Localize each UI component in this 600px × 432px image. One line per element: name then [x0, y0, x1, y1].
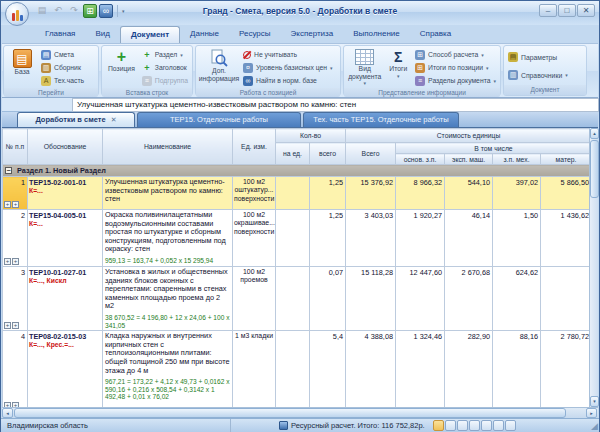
unit-cell[interactable]: 100 м2 оштукатур... поверхности	[233, 177, 276, 210]
materials-cell[interactable]: 2 780,72	[541, 331, 591, 407]
expand-plus-icon[interactable]: +	[12, 322, 19, 329]
mech-salary-cell[interactable]: 624,62	[493, 267, 541, 331]
qty-total-cell[interactable]: 1,25	[310, 210, 346, 267]
directories-button[interactable]: ▥ Справочники ▾	[506, 69, 584, 82]
machine-cell[interactable]: 282,90	[445, 331, 493, 407]
unit-cell[interactable]: 100 м2 проемов	[233, 267, 276, 331]
resize-grip-icon[interactable]: ◢	[591, 420, 598, 432]
table-row[interactable]: 2 + + ТЕР15-04-005-01 К=... Окраска поли…	[3, 210, 592, 267]
scroll-left-icon[interactable]: ◂	[2, 408, 13, 418]
vertical-scrollbar[interactable]: ▴ ▾	[589, 128, 598, 407]
base-price-level-button[interactable]: ¤ Уровень базисных цен ▾	[241, 61, 338, 74]
additional-info-button[interactable]: Доп. информация	[198, 47, 240, 88]
goto-tech-part-button[interactable]: А Тех.часть	[39, 74, 96, 87]
unit-cell[interactable]: 100 м2 окрашивае... поверхности	[233, 210, 276, 267]
scroll-right-icon[interactable]: ▸	[586, 408, 597, 418]
calc-method-button[interactable]: ⊞ Способ расчета ▾	[413, 48, 498, 61]
close-tab-icon[interactable]: ✕	[111, 116, 117, 123]
doc-tab-ter15[interactable]: ТЕР15. Отделочные работы	[137, 112, 301, 127]
scroll-down-icon[interactable]: ▾	[590, 396, 599, 407]
insert-position-button[interactable]: + Позиция	[104, 47, 139, 88]
collapse-section-icon[interactable]: −	[5, 167, 12, 174]
cost-total-cell[interactable]: 15 118,28	[346, 267, 396, 331]
mech-salary-cell[interactable]: 397,02	[493, 177, 541, 210]
row-number-cell[interactable]: 3 + +	[3, 267, 28, 331]
qty-per-cell[interactable]	[276, 177, 310, 210]
base-salary-cell[interactable]: 1 920,27	[396, 210, 445, 267]
base-salary-cell[interactable]: 12 447,60	[396, 267, 445, 331]
position-totals-button[interactable]: ⊞ Итоги по позиции ▾	[413, 61, 498, 74]
ribbon-tab-ekspertiza[interactable]: Экспертиза	[281, 26, 344, 43]
vertical-scroll-thumb[interactable]	[590, 140, 599, 198]
mech-salary-cell[interactable]: 88,16	[493, 331, 541, 407]
qty-total-cell[interactable]: 5,4	[310, 331, 346, 407]
section-row[interactable]: − Раздел 1. Новый Раздел	[3, 165, 592, 177]
machine-cell[interactable]: 2 670,68	[445, 267, 493, 331]
insert-subgroup-button[interactable]: ≡ Подгруппа	[140, 74, 190, 87]
qty-per-cell[interactable]	[276, 267, 310, 331]
name-cell[interactable]: Улучшенная штукатурка цементно-известков…	[103, 177, 233, 210]
cost-total-cell[interactable]: 15 376,92	[346, 177, 396, 210]
not-count-button[interactable]: Не учитывать	[241, 48, 338, 61]
horizontal-scrollbar[interactable]: ◂ ▸	[2, 407, 598, 418]
document-sections-button[interactable]: ≡ Разделы документа ▾	[413, 74, 498, 87]
table-row[interactable]: 1 + + ТЕР15-02-001-01 К=... Улучшенная ш…	[3, 177, 592, 210]
find-in-base-button[interactable]: ∞ Найти в норм. базе	[241, 74, 338, 87]
base-salary-cell[interactable]: 1 324,46	[396, 331, 445, 407]
horizontal-scroll-thumb[interactable]	[14, 408, 566, 418]
justification-cell[interactable]: ТЕР15-04-005-01 К=...	[28, 210, 103, 267]
row-number-cell[interactable]: 4 + +	[3, 331, 28, 407]
minimize-button[interactable]: –	[539, 4, 557, 17]
name-cell[interactable]: Установка в жилых и общественных зданиях…	[103, 267, 233, 331]
close-button[interactable]: ✕	[577, 4, 595, 17]
view-mode-button[interactable]	[457, 420, 468, 431]
ribbon-tab-vypolnenie[interactable]: Выполнение	[343, 26, 410, 43]
doc-tab-reworks[interactable]: Доработки в смете✕	[17, 112, 135, 127]
goto-sbornik-button[interactable]: ▥ Сборник	[39, 61, 96, 74]
expand-plus-icon[interactable]: +	[12, 201, 19, 208]
materials-cell[interactable]: 5 866,50	[541, 177, 591, 210]
ribbon-tab-vid[interactable]: Вид	[85, 26, 119, 43]
insert-header-button[interactable]: + Заголовок	[140, 61, 190, 74]
table-row[interactable]: 3 + + ТЕР10-01-027-01 К=..., Кискл Устан…	[3, 267, 592, 331]
justification-cell[interactable]: ТЕР10-01-027-01 К=..., Кискл	[28, 267, 103, 331]
ribbon-tab-spravka[interactable]: Справка	[410, 26, 461, 43]
view-mode-button[interactable]	[445, 420, 456, 431]
qty-total-cell[interactable]: 1,25	[310, 177, 346, 210]
table-row[interactable]: 4 + + ТЕР08-02-015-03 К=..., Крес.=... К…	[3, 331, 592, 407]
cost-total-cell[interactable]: 4 388,08	[346, 331, 396, 407]
mech-salary-cell[interactable]: 1,50	[493, 210, 541, 267]
parameters-button[interactable]: ▤ Параметры	[506, 51, 584, 64]
ribbon-tab-glavnaya[interactable]: Главная	[35, 26, 85, 43]
qty-per-cell[interactable]	[276, 331, 310, 407]
ribbon-tab-dannye[interactable]: Данные	[180, 26, 229, 43]
unit-cell[interactable]: 1 м3 кладки	[233, 331, 276, 407]
view-mode-button[interactable]	[481, 420, 492, 431]
insert-section-button[interactable]: + Раздел ▾	[140, 48, 190, 61]
doc-tab-tech-part[interactable]: Тех. часть ТЕР15. Отделочные работы	[303, 112, 459, 127]
view-mode-button[interactable]	[493, 420, 504, 431]
expand-plus-icon[interactable]: +	[4, 258, 11, 265]
ribbon-tab-dokument[interactable]: Документ	[120, 26, 180, 43]
justification-cell[interactable]: ТЕР15-02-001-01 К=...	[28, 177, 103, 210]
row-number-cell[interactable]: 2 + +	[3, 210, 28, 267]
scroll-up-icon[interactable]: ▴	[590, 128, 599, 139]
expand-plus-icon[interactable]: +	[4, 322, 11, 329]
position-name-input[interactable]: Улучшенная штукатурка цементно-известков…	[72, 98, 599, 112]
totals-button[interactable]: Σ Итоги ▾	[384, 47, 412, 88]
view-mode-normal-button[interactable]	[433, 420, 444, 431]
justification-cell[interactable]: ТЕР08-02-015-03 К=..., Крес.=...	[28, 331, 103, 407]
name-cell[interactable]: Окраска поливинилацетатными водоэмульсио…	[103, 210, 233, 267]
expand-plus-icon[interactable]: +	[12, 258, 19, 265]
ribbon-tab-resursy[interactable]: Ресурсы	[229, 26, 281, 43]
materials-cell[interactable]	[541, 267, 591, 331]
document-view-button[interactable]: Вид документа ▾	[346, 47, 383, 88]
qty-total-cell[interactable]: 0,07	[310, 267, 346, 331]
cost-total-cell[interactable]: 3 403,03	[346, 210, 396, 267]
view-mode-button[interactable]	[469, 420, 480, 431]
maximize-button[interactable]: □	[558, 4, 576, 17]
materials-cell[interactable]: 1 436,62	[541, 210, 591, 267]
name-cell[interactable]: Кладка наружных и внутренних кирпичных с…	[103, 331, 233, 407]
view-mode-button[interactable]	[505, 420, 516, 431]
machine-cell[interactable]: 544,10	[445, 177, 493, 210]
